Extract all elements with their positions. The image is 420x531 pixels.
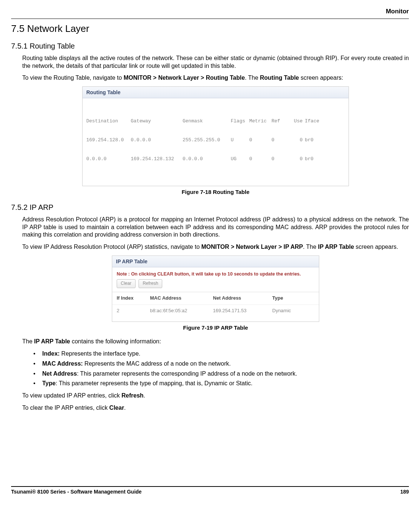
col-iface: Iface bbox=[305, 118, 323, 125]
field-name: Type bbox=[42, 380, 56, 386]
clear-instruction: To clear the IP ARP entries, click Clear… bbox=[22, 404, 409, 412]
col-destination: Destination bbox=[86, 118, 131, 125]
footer-page-number: 189 bbox=[400, 488, 409, 495]
text: . bbox=[124, 405, 126, 411]
field-name: Net Address bbox=[42, 370, 77, 377]
cell: U bbox=[231, 137, 249, 144]
arp-panel-title: IP ARP Table bbox=[112, 256, 319, 267]
routing-panel-body: DestinationGatewayGenmaskFlagsMetricRefU… bbox=[83, 98, 349, 186]
cell: 169.254.171.53 bbox=[213, 308, 272, 314]
arp-desc-2: To view IP Address Resolution Protocol (… bbox=[22, 243, 409, 251]
col-ref: Ref bbox=[271, 118, 288, 125]
bullet-icon: • bbox=[33, 350, 42, 358]
field-desc: Represents the interface type. bbox=[60, 350, 140, 357]
cell: br0 bbox=[305, 137, 323, 144]
list-item: •Net Address: This parameter represents … bbox=[33, 370, 409, 378]
page-footer: Tsunami® 8100 Series - Software Manageme… bbox=[11, 486, 409, 495]
col-genmask: Genmask bbox=[183, 118, 231, 125]
col-metric: Metric bbox=[249, 118, 271, 125]
header-rule bbox=[11, 19, 409, 19]
col-if-index: If Index bbox=[117, 295, 150, 301]
cell: 169.254.128.0 bbox=[86, 137, 131, 144]
col-mac-address: MAC Address bbox=[150, 295, 213, 301]
refresh-button[interactable]: Refresh bbox=[139, 279, 162, 288]
arp-note: Note : On clicking CLEAR button, it will… bbox=[112, 267, 319, 279]
cell: 0 bbox=[249, 137, 271, 144]
bullet-icon: • bbox=[33, 370, 42, 378]
routing-header-row: DestinationGatewayGenmaskFlagsMetricRefU… bbox=[86, 118, 345, 125]
arp-header-row: If Index MAC Address Net Address Type bbox=[112, 292, 319, 304]
action-name: Refresh bbox=[121, 392, 144, 399]
cell: 0 bbox=[249, 156, 271, 162]
figure-caption-arp: Figure 7-19 IP ARP Table bbox=[22, 324, 409, 332]
footer-doc-title: Tsunami® 8100 Series - Software Manageme… bbox=[11, 488, 141, 495]
clear-button[interactable]: Clear bbox=[117, 279, 136, 288]
arp-contains-intro: The IP ARP Table contains the following … bbox=[22, 338, 409, 346]
routing-row: 169.254.128.00.0.0.0255.255.255.0U000br0 bbox=[86, 137, 345, 144]
cell: UG bbox=[231, 156, 249, 162]
action-name: Clear bbox=[109, 405, 124, 411]
field-desc: : This parameter represents the correspo… bbox=[77, 370, 297, 377]
cell: 0 bbox=[288, 156, 305, 162]
routing-desc-2: To view the Routing Table, navigate to M… bbox=[22, 74, 409, 82]
figure-routing-table: Routing Table DestinationGatewayGenmaskF… bbox=[22, 86, 409, 195]
cell: 255.255.255.0 bbox=[183, 137, 231, 144]
text: To view IP Address Resolution Protocol (… bbox=[22, 244, 201, 250]
arp-row: 2 b8:ac:6f:5e:05:a2 169.254.171.53 Dynam… bbox=[112, 304, 319, 321]
cell: 0.0.0.0 bbox=[131, 137, 183, 144]
bullet-icon: • bbox=[33, 360, 42, 368]
text: . The bbox=[303, 244, 318, 250]
cell: 0 bbox=[288, 137, 305, 144]
cell: 0.0.0.0 bbox=[183, 156, 231, 162]
field-desc: Represents the MAC address of a node on … bbox=[83, 360, 231, 367]
figure-caption-routing: Figure 7-18 Routing Table bbox=[22, 188, 409, 196]
field-name: MAC Address: bbox=[42, 360, 83, 367]
screen-name: Routing Table bbox=[260, 75, 299, 81]
arp-panel: IP ARP Table Note : On clicking CLEAR bu… bbox=[112, 255, 319, 322]
text: The bbox=[22, 338, 34, 344]
col-type: Type bbox=[272, 295, 309, 301]
routing-row: 0.0.0.0169.254.128.1320.0.0.0UG000br0 bbox=[86, 156, 345, 162]
page-header-section: Monitor bbox=[11, 7, 409, 16]
cell: 2 bbox=[117, 308, 150, 314]
subsection-1-title: 7.5.1 Routing Table bbox=[11, 41, 409, 51]
cell: 0.0.0.0 bbox=[86, 156, 131, 162]
footer-rule bbox=[11, 486, 409, 487]
cell: br0 bbox=[305, 156, 323, 162]
cell: 0 bbox=[271, 137, 288, 144]
section-title: 7.5 Network Layer bbox=[11, 23, 409, 35]
cell: Dynamic bbox=[272, 308, 309, 314]
routing-panel: Routing Table DestinationGatewayGenmaskF… bbox=[82, 86, 349, 186]
subsection-2-title: 7.5.2 IP ARP bbox=[11, 202, 409, 212]
text: To view updated IP ARP entries, click bbox=[22, 392, 121, 399]
arp-desc-1: Address Resolution Protocol (ARP) is a p… bbox=[22, 216, 409, 239]
screen-name: IP ARP Table bbox=[318, 244, 354, 250]
text: To clear the IP ARP entries, click bbox=[22, 405, 109, 411]
cell: 0 bbox=[271, 156, 288, 162]
field-desc: : This parameter represents the type of … bbox=[56, 380, 253, 386]
col-gateway: Gateway bbox=[131, 118, 183, 125]
text: screen appears. bbox=[354, 244, 398, 250]
col-flags: Flags bbox=[231, 118, 249, 125]
text: contains the following information: bbox=[70, 338, 161, 344]
figure-ip-arp-table: IP ARP Table Note : On clicking CLEAR bu… bbox=[22, 255, 409, 331]
text: . bbox=[144, 392, 145, 399]
text: screen appears: bbox=[299, 75, 343, 81]
col-use: Use bbox=[288, 118, 305, 125]
list-item: •Type: This parameter represents the typ… bbox=[33, 380, 409, 387]
routing-desc-1: Routing table displays all the active ro… bbox=[22, 55, 409, 70]
arp-button-row: Clear Refresh bbox=[112, 279, 319, 292]
refresh-instruction: To view updated IP ARP entries, click Re… bbox=[22, 392, 409, 400]
text: To view the Routing Table, navigate to bbox=[22, 75, 124, 81]
list-item: •MAC Address: Represents the MAC address… bbox=[33, 360, 409, 368]
table-name: IP ARP Table bbox=[34, 338, 70, 344]
list-item: •Index: Represents the interface type. bbox=[33, 350, 409, 358]
nav-path: MONITOR > Network Layer > IP ARP bbox=[201, 244, 303, 250]
arp-field-list: •Index: Represents the interface type. •… bbox=[33, 350, 409, 387]
text: . The bbox=[245, 75, 260, 81]
field-name: Index: bbox=[42, 350, 60, 357]
routing-panel-title: Routing Table bbox=[83, 87, 349, 98]
cell: b8:ac:6f:5e:05:a2 bbox=[150, 308, 213, 314]
cell: 169.254.128.132 bbox=[131, 156, 183, 162]
col-net-address: Net Address bbox=[213, 295, 272, 301]
